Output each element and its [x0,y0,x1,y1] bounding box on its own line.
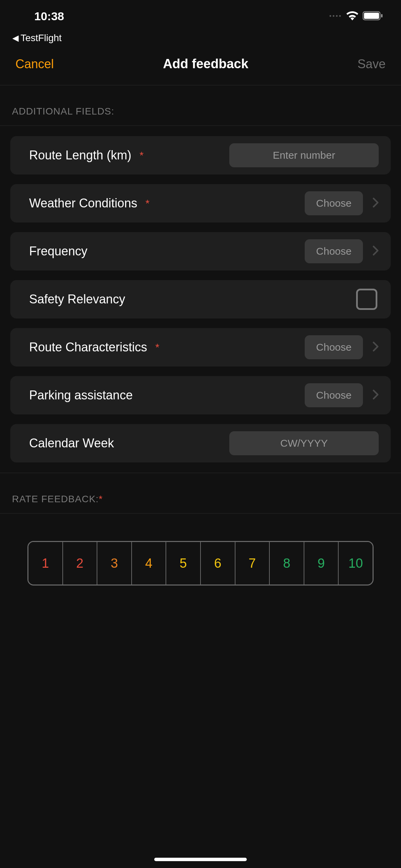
label-frequency: Frequency [29,244,87,258]
back-app-label: TestFlight [21,33,62,44]
label-weather: Weather Conditions * [29,196,149,210]
back-caret-icon: ◀ [12,33,19,43]
cancel-button[interactable]: Cancel [15,57,54,71]
chevron-right-icon [373,341,379,353]
row-calendar-week: Calendar Week [10,424,391,462]
label-parking: Parking assistance [29,388,133,402]
section-header-additional: ADDITIONAL FIELDS: [0,85,401,126]
required-star-icon: * [141,197,150,209]
battery-icon [363,11,384,22]
choose-parking-button[interactable]: Choose [305,383,363,407]
required-star-icon: * [150,341,159,353]
choose-frequency-button[interactable]: Choose [305,239,363,263]
fields-list: Route Length (km) * Weather Conditions *… [0,126,401,462]
row-safety: Safety Relevancy [10,280,391,318]
rating-scale: 12345678910 [27,541,374,586]
chevron-right-icon [373,389,379,401]
rating-2[interactable]: 2 [63,542,98,584]
choose-route-char-button[interactable]: Choose [305,335,363,359]
required-star-icon: * [135,149,144,161]
row-route-characteristics[interactable]: Route Characteristics * Choose [10,328,391,366]
input-route-length[interactable] [229,143,379,167]
rating-1[interactable]: 1 [28,542,63,584]
label-calendar-week: Calendar Week [29,436,114,450]
row-weather[interactable]: Weather Conditions * Choose [10,184,391,222]
home-indicator[interactable] [154,858,247,861]
rating-5[interactable]: 5 [166,542,201,584]
svg-rect-1 [364,13,379,19]
rating-8[interactable]: 8 [270,542,304,584]
label-route-length: Route Length (km) * [29,148,144,162]
row-parking[interactable]: Parking assistance Choose [10,376,391,414]
save-button[interactable]: Save [357,57,386,71]
section-header-rate: RATE FEEDBACK:* [0,473,401,514]
rating-10[interactable]: 10 [339,542,373,584]
rating-6[interactable]: 6 [201,542,235,584]
chevron-right-icon [373,245,379,257]
page-title: Add feedback [163,57,248,71]
chevron-right-icon [373,197,379,209]
cellular-dots-icon: •••• [329,13,342,20]
rating-4[interactable]: 4 [132,542,167,584]
back-to-app[interactable]: ◀ TestFlight [0,33,401,50]
label-safety: Safety Relevancy [29,292,125,306]
rating-scale-container: 12345678910 [0,514,401,586]
row-route-length: Route Length (km) * [10,136,391,174]
rating-9[interactable]: 9 [304,542,339,584]
required-star-icon: * [99,494,103,504]
rating-3[interactable]: 3 [97,542,132,584]
svg-rect-2 [381,14,382,17]
status-bar: 10:38 •••• [0,0,401,33]
label-route-characteristics: Route Characteristics * [29,340,159,354]
row-frequency[interactable]: Frequency Choose [10,232,391,270]
input-calendar-week[interactable] [229,431,379,455]
status-right: •••• [329,11,384,22]
choose-weather-button[interactable]: Choose [305,191,363,215]
wifi-icon [346,11,359,22]
checkbox-safety[interactable] [356,289,377,310]
nav-bar: Cancel Add feedback Save [0,50,401,85]
rating-7[interactable]: 7 [235,542,270,584]
status-time: 10:38 [34,10,64,23]
